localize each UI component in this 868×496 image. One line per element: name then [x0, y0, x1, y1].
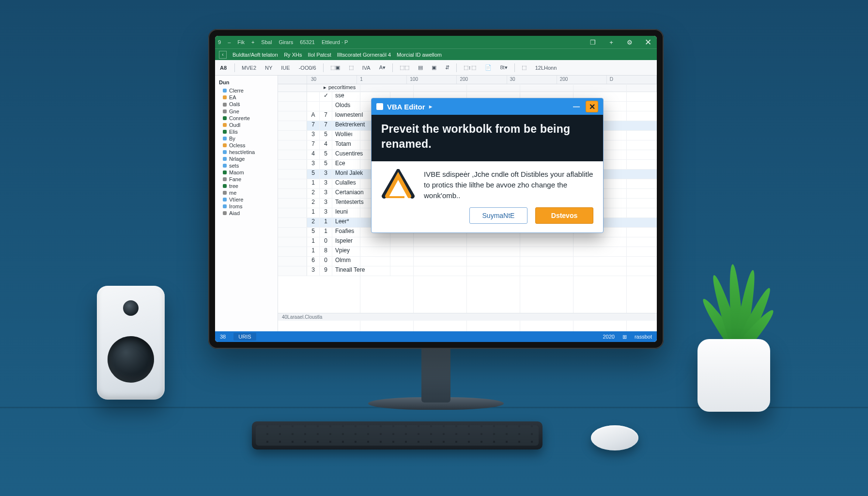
cell[interactable]: 2: [307, 218, 320, 227]
toolbar-button[interactable]: 8t▾: [498, 63, 510, 72]
sidebar-item[interactable]: Elis: [217, 128, 276, 135]
cell[interactable]: Olmm: [332, 257, 390, 266]
toolbar-button[interactable]: ⇵: [443, 63, 451, 72]
cell[interactable]: [307, 102, 320, 111]
toolbar-button[interactable]: 📄: [483, 63, 494, 72]
sidebar-item[interactable]: hesct/etina: [217, 149, 276, 155]
menu-item[interactable]: Buldtar/Aoft telatorı: [232, 52, 278, 58]
menu-item[interactable]: Illtscoratet Gorneraöl 4: [337, 52, 391, 58]
cell[interactable]: 1: [307, 208, 320, 217]
sidebar-item[interactable]: Nrlage: [217, 155, 276, 162]
window-restore-icon[interactable]: ❐: [587, 38, 599, 46]
sheet-tab[interactable]: URIS: [233, 333, 256, 341]
sidebar-item[interactable]: Conrerte: [217, 115, 276, 122]
toolbar-button[interactable]: A▾: [377, 63, 388, 72]
cell[interactable]: 6: [307, 257, 320, 266]
toolbar-button[interactable]: ▣: [430, 63, 438, 72]
sidebar-item[interactable]: By: [217, 135, 276, 142]
cell[interactable]: 1: [307, 237, 320, 247]
cell[interactable]: 1: [307, 179, 320, 188]
sidebar-item[interactable]: Oalṡ: [217, 101, 276, 108]
table-row[interactable]: 39Tineall Tere: [278, 266, 657, 276]
cell[interactable]: 2: [307, 189, 320, 198]
sidebar-item[interactable]: me: [217, 189, 276, 196]
toolbar-button[interactable]: IUE: [279, 64, 292, 72]
cell[interactable]: [307, 92, 320, 101]
toolbar-button[interactable]: ⬚: [347, 63, 356, 72]
sidebar-item[interactable]: Aiad: [217, 210, 276, 217]
back-icon[interactable]: ‹: [219, 51, 227, 59]
cell[interactable]: 3: [320, 189, 332, 198]
toolbar-button[interactable]: IVA: [360, 64, 372, 72]
cell[interactable]: 3: [320, 170, 332, 179]
cell[interactable]: Tineall Tere: [332, 266, 390, 276]
cell[interactable]: A: [307, 111, 320, 121]
cell[interactable]: 3: [307, 266, 320, 276]
cell[interactable]: 4: [320, 140, 332, 150]
menu-item[interactable]: Morcial ID awellom: [397, 52, 442, 58]
table-row[interactable]: 10Ispeler: [278, 237, 657, 247]
toolbar-button[interactable]: MVE2: [240, 64, 258, 72]
table-row[interactable]: 18Vpiey: [278, 247, 657, 257]
toolbar-button[interactable]: ⬚▣: [328, 63, 342, 72]
cell[interactable]: 3: [307, 160, 320, 169]
window-close-icon[interactable]: ✕: [642, 38, 654, 46]
toolbar-button[interactable]: -OO0/6: [297, 64, 318, 72]
sidebar-item[interactable]: Vtïere: [217, 196, 276, 203]
cell[interactable]: 5: [320, 131, 332, 140]
cell[interactable]: 9: [320, 266, 332, 276]
cell[interactable]: 5: [307, 228, 320, 237]
titlebar-item[interactable]: Ettleurd · P: [322, 39, 348, 45]
menu-item[interactable]: Ry XHs: [284, 52, 302, 58]
cell[interactable]: ✓: [320, 92, 332, 101]
cell[interactable]: 1: [307, 247, 320, 256]
cell[interactable]: 7: [307, 121, 320, 130]
cell[interactable]: 2: [307, 199, 320, 208]
sidebar-item[interactable]: sets: [217, 162, 276, 169]
formula-bar[interactable]: 40Laraael.Cloustla: [278, 313, 657, 321]
table-row[interactable]: 60Olmm: [278, 257, 657, 266]
sidebar-item[interactable]: Gne: [217, 108, 276, 115]
toolbar-button[interactable]: ▤: [416, 63, 425, 72]
cell[interactable]: 5: [320, 150, 332, 159]
cell[interactable]: 7: [320, 111, 332, 121]
cell[interactable]: 5: [320, 160, 332, 169]
cell[interactable]: 0: [320, 237, 332, 247]
cell[interactable]: 1: [320, 228, 332, 237]
toolbar-button[interactable]: ⬚↕⬚: [462, 63, 478, 72]
dialog-primary-button[interactable]: Dstevos: [535, 207, 593, 224]
status-view-icon[interactable]: ⊞: [622, 334, 627, 340]
window-settings-icon[interactable]: ⚙: [624, 38, 636, 46]
sidebar-item[interactable]: EA: [217, 94, 276, 101]
cell[interactable]: 3: [320, 179, 332, 188]
cell[interactable]: 4: [307, 150, 320, 159]
dialog-titlebar[interactable]: VBA Editor ▸ — ✕: [372, 98, 603, 115]
cell[interactable]: 7: [320, 121, 332, 130]
cell[interactable]: 3: [320, 199, 332, 208]
window-add-icon[interactable]: +: [605, 38, 617, 46]
cell[interactable]: 5: [307, 170, 320, 179]
cell[interactable]: 7: [307, 140, 320, 150]
dialog-minimize-icon[interactable]: —: [573, 103, 580, 110]
cell[interactable]: 1: [320, 218, 332, 227]
toolbar-button[interactable]: ⬚: [520, 63, 528, 72]
sidebar-item[interactable]: Iroms: [217, 203, 276, 210]
cell[interactable]: 3: [307, 131, 320, 140]
sidebar-item[interactable]: Ocless: [217, 142, 276, 149]
cell[interactable]: Ispeler: [332, 237, 390, 247]
cell[interactable]: 0: [320, 257, 332, 266]
dialog-secondary-button[interactable]: SuymaNtE: [469, 207, 527, 224]
name-box[interactable]: A8: [220, 65, 227, 71]
cell[interactable]: 8: [320, 247, 332, 256]
sidebar-item[interactable]: Oudl: [217, 122, 276, 128]
titlebar-item[interactable]: 9: [218, 39, 221, 45]
titlebar-item[interactable]: Fik: [237, 39, 245, 45]
menu-item[interactable]: IIol Patcst: [308, 52, 331, 58]
cell[interactable]: [320, 102, 332, 111]
toolbar-button[interactable]: ⬚⬚: [398, 63, 411, 72]
sidebar-item[interactable]: tree: [217, 183, 276, 189]
sidebar-item[interactable]: Clerre: [217, 87, 276, 94]
sidebar-item[interactable]: Fane: [217, 176, 276, 183]
toolbar-button[interactable]: 12LHonn: [533, 64, 559, 72]
cell[interactable]: Vpiey: [332, 247, 390, 256]
